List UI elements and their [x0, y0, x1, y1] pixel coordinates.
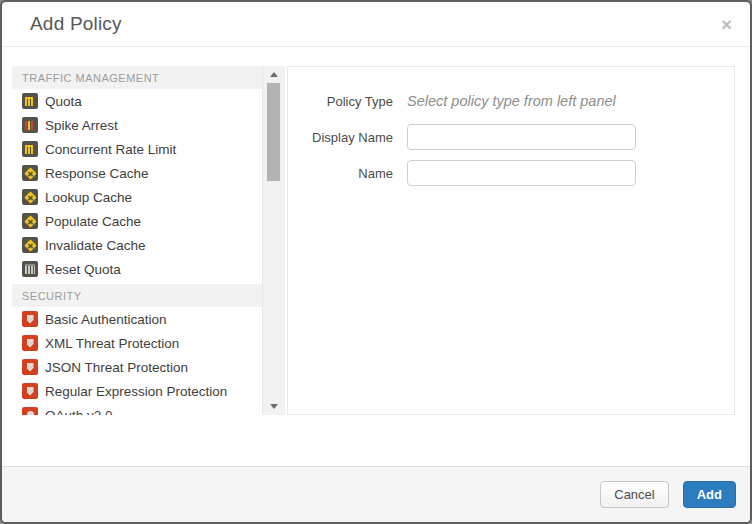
add-button[interactable]: Add [683, 481, 736, 508]
spike-chart-icon [22, 117, 38, 133]
policy-item-response-cache[interactable]: Response Cache [12, 161, 262, 185]
cache-diamond-icon [22, 165, 38, 181]
policy-item-xml-threat-protection[interactable]: XML Threat Protection [12, 331, 262, 355]
policy-item-label: Reset Quota [45, 262, 121, 277]
policy-item-label: Regular Expression Protection [45, 384, 227, 399]
reset-bars-icon [22, 261, 38, 277]
scrollbar-down-arrow-icon[interactable] [270, 404, 278, 409]
shield-icon [22, 311, 38, 327]
bar-chart-icon [22, 141, 38, 157]
policy-item-concurrent-rate-limit[interactable]: Concurrent Rate Limit [12, 137, 262, 161]
policy-type-label: Policy Type [288, 94, 393, 109]
policy-item-populate-cache[interactable]: Populate Cache [12, 209, 262, 233]
shield-icon [22, 335, 38, 351]
policy-type-row: Policy Type Select policy type from left… [288, 88, 734, 114]
policy-item-label: Basic Authentication [45, 312, 167, 327]
policy-item-quota[interactable]: Quota [12, 89, 262, 113]
policy-item-label: Response Cache [45, 166, 149, 181]
cache-diamond-icon [22, 237, 38, 253]
policy-item-label: XML Threat Protection [45, 336, 179, 351]
bar-chart-icon [22, 93, 38, 109]
policy-type-value: Select policy type from left panel [407, 93, 616, 109]
policy-type-rows: TRAFFIC MANAGEMENT Quota Spike Arrest Co… [12, 66, 262, 415]
modal-body: TRAFFIC MANAGEMENT Quota Spike Arrest Co… [2, 47, 750, 467]
name-input[interactable] [407, 160, 636, 186]
modal-title: Add Policy [30, 13, 122, 35]
policy-item-spike-arrest[interactable]: Spike Arrest [12, 113, 262, 137]
policy-item-label: OAuth v2.0 [45, 408, 113, 416]
cache-diamond-icon [22, 189, 38, 205]
policy-item-oauth-v2[interactable]: OAuth v2.0 [12, 403, 262, 415]
policy-item-basic-authentication[interactable]: Basic Authentication [12, 307, 262, 331]
policy-item-reset-quota[interactable]: Reset Quota [12, 257, 262, 281]
section-header-security: SECURITY [12, 284, 262, 307]
shield-icon [22, 359, 38, 375]
policy-form-panel: Policy Type Select policy type from left… [287, 66, 735, 415]
policy-item-label: Spike Arrest [45, 118, 118, 133]
policy-item-regular-expression-protection[interactable]: Regular Expression Protection [12, 379, 262, 403]
cancel-button[interactable]: Cancel [600, 481, 668, 508]
policy-item-label: Quota [45, 94, 82, 109]
scrollbar-up-arrow-icon[interactable] [270, 72, 278, 77]
policy-item-json-threat-protection[interactable]: JSON Threat Protection [12, 355, 262, 379]
scrollbar[interactable] [262, 66, 285, 415]
shield-icon [22, 383, 38, 399]
cache-diamond-icon [22, 213, 38, 229]
close-icon[interactable]: × [721, 15, 732, 34]
display-name-label: Display Name [288, 130, 393, 145]
policy-item-label: Lookup Cache [45, 190, 132, 205]
display-name-row: Display Name [288, 124, 734, 150]
policy-item-lookup-cache[interactable]: Lookup Cache [12, 185, 262, 209]
name-row: Name [288, 160, 734, 186]
policy-item-label: Concurrent Rate Limit [45, 142, 176, 157]
policy-item-label: Invalidate Cache [45, 238, 146, 253]
policy-item-label: Populate Cache [45, 214, 141, 229]
section-header-traffic-management: TRAFFIC MANAGEMENT [12, 66, 262, 89]
policy-type-list: TRAFFIC MANAGEMENT Quota Spike Arrest Co… [12, 66, 285, 415]
modal-footer: Cancel Add [2, 466, 750, 522]
name-label: Name [288, 166, 393, 181]
policy-item-invalidate-cache[interactable]: Invalidate Cache [12, 233, 262, 257]
lock-icon [22, 407, 38, 415]
add-policy-modal: Add Policy × TRAFFIC MANAGEMENT Quota Sp… [0, 0, 752, 524]
policy-item-label: JSON Threat Protection [45, 360, 188, 375]
scrollbar-thumb[interactable] [267, 83, 280, 181]
display-name-input[interactable] [407, 124, 636, 150]
modal-header: Add Policy × [2, 2, 750, 47]
